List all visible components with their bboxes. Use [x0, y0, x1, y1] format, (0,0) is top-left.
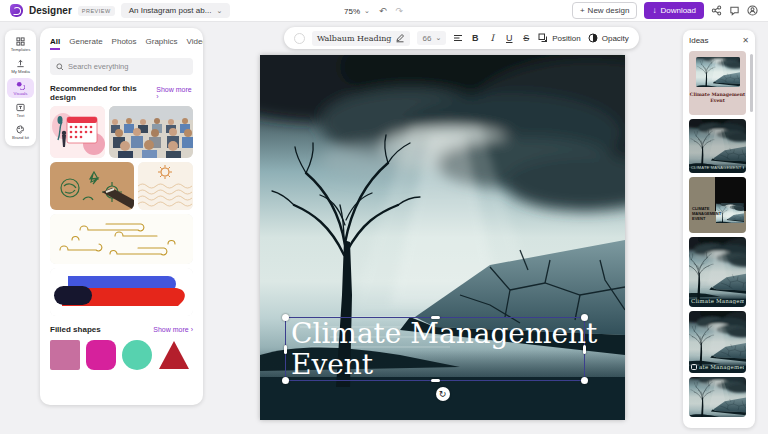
new-design-button[interactable]: + New design — [572, 2, 637, 19]
opacity-icon — [588, 33, 598, 43]
shape-red-triangle[interactable] — [158, 340, 190, 370]
underline-button[interactable]: U — [504, 33, 514, 43]
account-icon[interactable] — [747, 5, 758, 16]
idea-card-3[interactable]: CLIMATE MANAGEMENT EVENT — [689, 177, 746, 233]
text-color-swatch[interactable] — [294, 33, 305, 44]
designer-app: Designer PREVIEW An Instagram post ab...… — [0, 0, 768, 434]
edit-pencil-icon — [395, 33, 405, 43]
tab-graphics[interactable]: Graphics — [146, 37, 178, 50]
recommended-show-more-link[interactable]: Show more › — [156, 86, 193, 100]
font-selector[interactable]: Walbaum Heading — [312, 31, 410, 46]
page-badge-icon — [691, 364, 697, 370]
app-title: Designer — [29, 5, 72, 16]
download-icon: ↓ — [652, 6, 656, 15]
font-size-selector[interactable]: 66 ⌄ — [417, 31, 446, 45]
text-selection-box[interactable]: Climate Management Event — [285, 317, 585, 381]
preview-badge: PREVIEW — [78, 6, 115, 16]
close-icon[interactable]: ✕ — [742, 36, 749, 45]
filled-shapes-title: Filled shapes — [50, 325, 101, 334]
tab-photos[interactable]: Photos — [112, 37, 137, 50]
feedback-icon[interactable] — [729, 5, 740, 16]
filled-shapes-show-more-link[interactable]: Show more › — [153, 326, 193, 333]
resize-handle-n[interactable] — [431, 316, 440, 319]
opacity-button[interactable]: Opacity — [588, 33, 629, 43]
chevron-down-icon: ⌄ — [364, 9, 370, 13]
top-bar: Designer PREVIEW An Instagram post ab...… — [0, 0, 768, 22]
brand-kit-icon — [16, 125, 25, 134]
italic-button[interactable]: I — [487, 33, 497, 43]
designer-logo-icon — [10, 4, 23, 17]
asset-calendar-illustration[interactable] — [50, 106, 105, 158]
asset-eco-doodle[interactable] — [50, 162, 134, 210]
ideas-scrollbar[interactable] — [750, 54, 753, 112]
resize-handle-s[interactable] — [431, 379, 440, 382]
asset-gold-clouds[interactable] — [50, 214, 193, 264]
rotate-icon: ↻ — [439, 389, 447, 399]
idea-card-2[interactable]: CLIMATE MANAGEMENT EVENT — [689, 119, 746, 173]
sidebar-item-visuals[interactable]: Visuals — [7, 78, 34, 98]
undo-button[interactable]: ↶ — [379, 6, 387, 16]
chevron-down-icon: ⌄ — [435, 36, 441, 40]
strikethrough-button[interactable]: S — [521, 33, 531, 43]
shape-teal-circle[interactable] — [122, 340, 152, 370]
resize-handle-sw[interactable] — [282, 377, 289, 384]
position-button[interactable]: Position — [538, 33, 580, 43]
templates-icon — [16, 37, 25, 46]
chevron-down-icon: ⌄ — [216, 9, 222, 13]
search-box[interactable] — [50, 58, 193, 75]
search-input[interactable] — [68, 62, 178, 71]
tab-all[interactable]: All — [50, 37, 60, 50]
download-button[interactable]: ↓ Download — [644, 2, 704, 19]
idea-card-4[interactable]: Climate Management Ev — [689, 237, 746, 307]
idea-card-5[interactable]: ate Management Ev — [689, 311, 746, 373]
sidebar-item-brand-kit[interactable]: Brand kit — [7, 122, 34, 142]
idea-card-6[interactable] — [689, 377, 746, 417]
left-rail: Templates My Media Visuals Text Brand ki… — [5, 30, 36, 146]
sidebar-item-my-media[interactable]: My Media — [7, 56, 34, 76]
ideas-title: Ideas — [689, 36, 709, 45]
zoom-dropdown[interactable]: 75% ⌄ — [344, 7, 370, 16]
position-icon — [538, 33, 548, 43]
asset-audience-photo[interactable] — [109, 106, 193, 158]
resize-handle-w[interactable] — [284, 345, 287, 354]
resize-handle-nw[interactable] — [282, 314, 289, 321]
shape-magenta-rounded-square[interactable] — [86, 340, 116, 370]
text-toolbar: Walbaum Heading 66 ⌄ B I U S Position Op… — [284, 27, 639, 49]
resize-handle-e[interactable] — [583, 345, 586, 354]
recommended-title: Recommended for this design — [50, 84, 156, 102]
visuals-tabs: All Generate Photos Graphics Videos — [50, 37, 193, 50]
tab-videos[interactable]: Videos — [187, 37, 203, 50]
plus-icon: + — [580, 6, 585, 15]
asset-sun-pattern[interactable] — [138, 162, 193, 210]
resize-handle-ne[interactable] — [581, 314, 588, 321]
resize-handle-se[interactable] — [581, 377, 588, 384]
asset-abstract-bars[interactable] — [50, 268, 193, 316]
zoom-level: 75% — [344, 7, 360, 16]
redo-button[interactable]: ↷ — [395, 6, 403, 16]
search-icon — [56, 63, 64, 71]
visuals-panel: All Generate Photos Graphics Videos Reco… — [40, 28, 203, 405]
visuals-icon — [16, 81, 25, 90]
ideas-panel: Ideas ✕ Climate Management Event CLIMATE… — [683, 30, 755, 428]
document-title: An Instagram post ab... — [129, 6, 212, 15]
idea-card-1[interactable]: Climate Management Event — [689, 51, 746, 115]
bold-button[interactable]: B — [470, 33, 480, 43]
share-icon[interactable] — [711, 5, 722, 16]
align-icon[interactable] — [453, 33, 463, 43]
rotate-handle[interactable]: ↻ — [436, 387, 450, 401]
design-canvas[interactable]: Climate Management Event ↻ — [260, 55, 625, 420]
text-icon — [16, 103, 25, 112]
canvas-heading-text[interactable]: Climate Management Event — [291, 318, 597, 380]
sidebar-item-text[interactable]: Text — [7, 100, 34, 120]
shape-pink-square[interactable] — [50, 340, 80, 370]
tab-generate[interactable]: Generate — [69, 37, 102, 50]
sidebar-item-templates[interactable]: Templates — [7, 34, 34, 54]
document-title-dropdown[interactable]: An Instagram post ab... ⌄ — [121, 3, 231, 18]
upload-icon — [16, 59, 25, 68]
